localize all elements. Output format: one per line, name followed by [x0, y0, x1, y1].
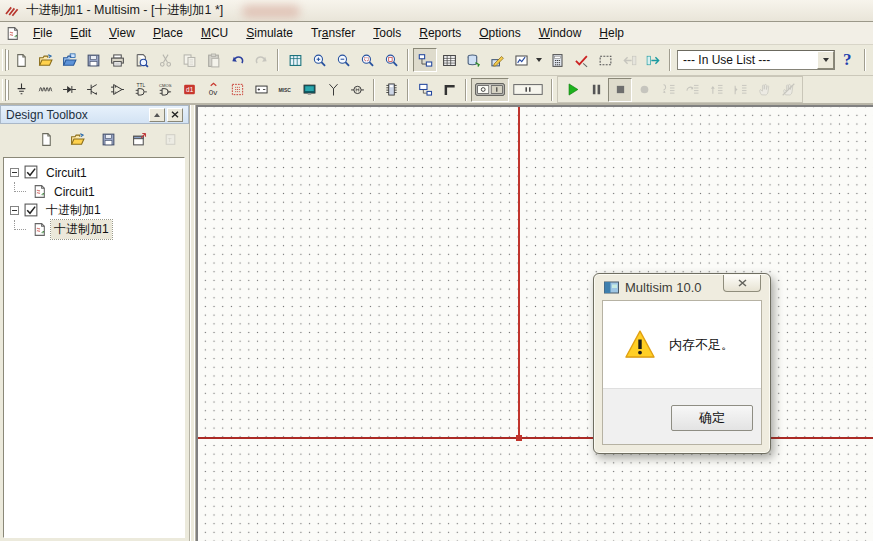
- ok-button[interactable]: 确定: [671, 405, 753, 431]
- forward-annotate-button[interactable]: [641, 48, 665, 72]
- paste-icon: [206, 53, 221, 68]
- print-preview-button[interactable]: [129, 48, 153, 72]
- toolbar-gripper[interactable]: [2, 49, 6, 71]
- dialog-close-button[interactable]: [723, 275, 761, 292]
- menu-simulate[interactable]: Simulate: [237, 24, 302, 42]
- spreadsheet-view-button[interactable]: [437, 48, 461, 72]
- tree-root-item[interactable]: 十进制加1: [8, 201, 184, 220]
- capture-area-button[interactable]: [593, 48, 617, 72]
- new-document-button[interactable]: [35, 129, 57, 151]
- analog-button[interactable]: [105, 78, 129, 102]
- design-toolbox-titlebar[interactable]: Design Toolbox: [0, 105, 189, 124]
- new-document-icon: [14, 53, 29, 68]
- stop-button[interactable]: [608, 78, 632, 102]
- menu-tools[interactable]: Tools: [364, 24, 410, 42]
- mixed-button[interactable]: 0v: [201, 78, 225, 102]
- ttl-button[interactable]: TTL: [129, 78, 153, 102]
- zoom-area-button[interactable]: [355, 48, 379, 72]
- tree-child-item[interactable]: Circuit1: [8, 182, 184, 201]
- open-file-button[interactable]: [66, 129, 88, 151]
- power-source-button[interactable]: [249, 78, 273, 102]
- indicator-icon: [230, 82, 245, 97]
- source-icon: [14, 82, 29, 97]
- save-button[interactable]: [97, 129, 119, 151]
- element-wizard-button[interactable]: [485, 48, 509, 72]
- mcu-module-button[interactable]: [379, 78, 403, 102]
- in-use-list-value: --- In Use List ---: [678, 53, 817, 67]
- diode-button[interactable]: [57, 78, 81, 102]
- menu-file[interactable]: File: [24, 24, 61, 42]
- panel-collapse-button[interactable]: [149, 108, 165, 122]
- toolbar-gripper[interactable]: [2, 79, 6, 101]
- in-use-list-combo[interactable]: --- In Use List ---: [677, 50, 835, 70]
- indicator-button[interactable]: [225, 78, 249, 102]
- transistor-icon: [86, 82, 101, 97]
- new-document-button[interactable]: [9, 48, 33, 72]
- step-out-icon: [709, 82, 724, 97]
- combo-dropdown-button[interactable]: [817, 51, 834, 69]
- menu-reports[interactable]: Reports: [410, 24, 470, 42]
- transistor-button[interactable]: [81, 78, 105, 102]
- menu-place[interactable]: Place: [144, 24, 192, 42]
- hierarchical-block-button[interactable]: [413, 78, 437, 102]
- menu-window[interactable]: Window: [530, 24, 591, 42]
- grapher-button[interactable]: [509, 48, 533, 72]
- postprocessor-button[interactable]: [545, 48, 569, 72]
- print-button[interactable]: [105, 48, 129, 72]
- tree-collapse-icon[interactable]: [10, 206, 19, 215]
- open-file-button[interactable]: [33, 48, 57, 72]
- electrical-rules-check-button[interactable]: [569, 48, 593, 72]
- menu-mcu[interactable]: MCU: [192, 24, 237, 42]
- basic-button[interactable]: [33, 78, 57, 102]
- tree-collapse-icon[interactable]: [10, 168, 19, 177]
- new-document-icon: [39, 132, 54, 147]
- cmos-button[interactable]: CMOS: [153, 78, 177, 102]
- run-button[interactable]: [560, 78, 584, 102]
- analog-icon: [110, 82, 125, 97]
- tree-child-item[interactable]: 十进制加1: [8, 220, 184, 239]
- misc-components-button[interactable]: MISC: [273, 78, 297, 102]
- toolbar-separator: [465, 79, 467, 101]
- grapher-dropdown-button[interactable]: [533, 48, 545, 72]
- schematic-canvas[interactable]: [196, 105, 873, 541]
- misc-digital-button[interactable]: d1: [177, 78, 201, 102]
- run-toggle-button[interactable]: [471, 78, 509, 102]
- save-icon: [101, 132, 116, 147]
- menu-edit[interactable]: Edit: [61, 24, 100, 42]
- open-sample-button[interactable]: [57, 48, 81, 72]
- advanced-peripherals-button[interactable]: [297, 78, 321, 102]
- window-titlebar[interactable]: 十进制加1 - Multisim - [十进制加1 *]: [0, 0, 873, 22]
- tree-root-item[interactable]: Circuit1: [8, 163, 184, 182]
- bus-button[interactable]: [437, 78, 461, 102]
- close-icon: [738, 279, 747, 287]
- open-file-icon: [38, 53, 53, 68]
- database-manager-button[interactable]: [461, 48, 485, 72]
- design-toolbox-button[interactable]: [413, 48, 437, 72]
- close-view-button: T: [159, 129, 181, 151]
- pause-button[interactable]: [584, 78, 608, 102]
- dialog-titlebar[interactable]: Multisim 10.0: [594, 274, 770, 300]
- menu-help[interactable]: Help: [590, 24, 633, 42]
- undo-button[interactable]: [225, 48, 249, 72]
- menu-options[interactable]: Options: [470, 24, 529, 42]
- electromechanical-button[interactable]: [345, 78, 369, 102]
- zoom-out-button[interactable]: [331, 48, 355, 72]
- menu-transfer[interactable]: Transfer: [302, 24, 364, 42]
- panel-splitter[interactable]: [189, 105, 196, 541]
- step-over-icon: [685, 82, 700, 97]
- document-icon: [5, 26, 20, 41]
- sheet-properties-button[interactable]: [283, 48, 307, 72]
- zoom-full-button[interactable]: [379, 48, 403, 72]
- save-button[interactable]: [81, 48, 105, 72]
- panel-close-button[interactable]: [167, 108, 183, 122]
- rf-button[interactable]: [321, 78, 345, 102]
- help-button[interactable]: ?: [843, 50, 852, 70]
- zoom-in-button[interactable]: [307, 48, 331, 72]
- source-button[interactable]: [9, 78, 33, 102]
- new-window-button[interactable]: [128, 129, 150, 151]
- sheet-border-corner-handle: [516, 435, 522, 441]
- menu-bar: FileEditViewPlaceMCUSimulateTransferTool…: [0, 22, 873, 45]
- cut-icon: [158, 53, 173, 68]
- menu-view[interactable]: View: [100, 24, 144, 42]
- pause-toggle-button[interactable]: [509, 78, 547, 102]
